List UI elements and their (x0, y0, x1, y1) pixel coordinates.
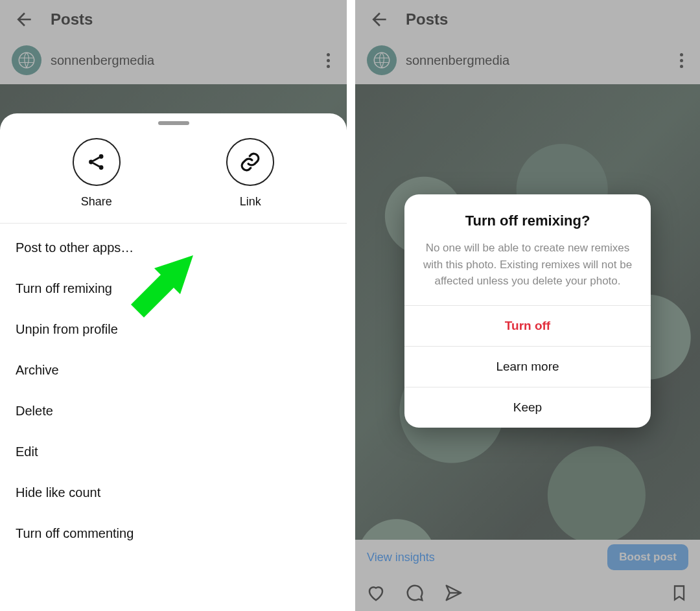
pane-gap (347, 0, 355, 611)
dots-icon (680, 53, 683, 56)
right-pane: Posts sonnenbergmedia View insights Boos… (355, 0, 700, 611)
send-button[interactable] (443, 582, 464, 603)
share-icon (73, 138, 121, 186)
arrow-left-icon (14, 9, 34, 30)
globe-leaf-icon (18, 51, 36, 69)
heart-icon (366, 583, 386, 603)
sheet-icon-row: Share Link (0, 129, 347, 224)
insights-bar: View insights Boost post (355, 540, 700, 575)
svg-point-5 (374, 52, 389, 67)
topbar: Posts (0, 0, 347, 39)
sheet-handle[interactable] (158, 121, 189, 125)
boost-post-button[interactable]: Boost post (607, 544, 688, 570)
dots-icon (327, 53, 330, 56)
share-button[interactable]: Share (41, 138, 152, 209)
send-icon (444, 583, 463, 603)
page-title: Posts (406, 10, 448, 29)
post-action-bar (355, 575, 700, 611)
more-options-button[interactable] (321, 48, 335, 73)
avatar[interactable] (12, 45, 41, 75)
action-sheet: Share Link Post to other apps… Turn off … (0, 113, 347, 611)
post-author-row[interactable]: sonnenbergmedia (355, 39, 700, 82)
menu-unpin-from-profile[interactable]: Unpin from profile (0, 309, 347, 350)
topbar: Posts (355, 0, 700, 39)
dialog-learn-more-button[interactable]: Learn more (404, 346, 651, 387)
menu-delete[interactable]: Delete (0, 391, 347, 432)
svg-point-0 (19, 52, 34, 67)
dialog-message: No one will be able to create new remixe… (421, 240, 634, 290)
menu-turn-off-remixing[interactable]: Turn off remixing (0, 268, 347, 309)
username[interactable]: sonnenbergmedia (406, 53, 509, 68)
dialog-body: Turn off remixing? No one will be able t… (404, 194, 651, 305)
comment-button[interactable] (404, 582, 425, 603)
share-label: Share (81, 195, 112, 209)
menu-edit[interactable]: Edit (0, 432, 347, 472)
page-title: Posts (51, 10, 93, 29)
confirm-dialog: Turn off remixing? No one will be able t… (404, 194, 651, 428)
username[interactable]: sonnenbergmedia (51, 53, 154, 68)
link-icon (226, 138, 274, 186)
arrow-left-icon (369, 9, 390, 30)
left-pane: Posts sonnenbergmedia Share (0, 0, 347, 611)
like-button[interactable] (366, 582, 386, 603)
comment-icon (405, 583, 425, 603)
link-button[interactable]: Link (195, 138, 305, 209)
menu-archive[interactable]: Archive (0, 350, 347, 391)
sheet-menu: Post to other apps… Turn off remixing Un… (0, 224, 347, 558)
dialog-turn-off-button[interactable]: Turn off (404, 305, 651, 346)
avatar[interactable] (367, 45, 397, 75)
menu-post-to-other-apps[interactable]: Post to other apps… (0, 227, 347, 268)
save-button[interactable] (669, 582, 690, 603)
dialog-keep-button[interactable]: Keep (404, 387, 651, 428)
link-label: Link (240, 195, 261, 209)
dialog-title: Turn off remixing? (421, 213, 634, 229)
menu-turn-off-commenting[interactable]: Turn off commenting (0, 513, 347, 554)
view-insights-link[interactable]: View insights (367, 551, 435, 564)
post-author-row[interactable]: sonnenbergmedia (0, 39, 347, 82)
globe-leaf-icon (373, 51, 391, 69)
back-button[interactable] (368, 8, 390, 30)
bookmark-icon (670, 584, 688, 602)
back-button[interactable] (13, 8, 35, 30)
more-options-button[interactable] (675, 48, 688, 73)
menu-hide-like-count[interactable]: Hide like count (0, 472, 347, 513)
